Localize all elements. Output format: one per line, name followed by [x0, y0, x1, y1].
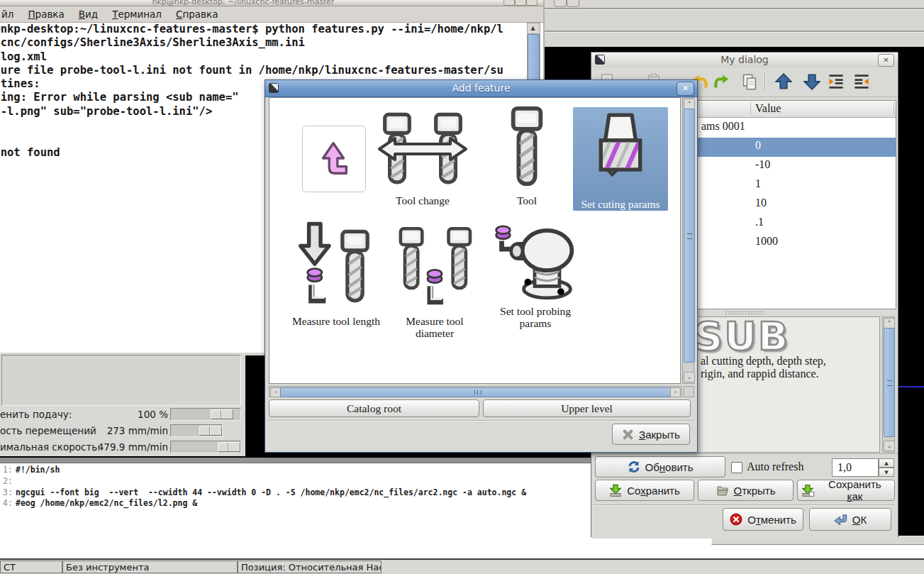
move-down-icon[interactable]	[803, 73, 820, 90]
feature-item-up-level[interactable]	[302, 126, 366, 192]
menu-edit[interactable]: Правка	[21, 8, 71, 21]
ok-button[interactable]: ОК	[809, 508, 891, 531]
spinner-buttons: ▲ ▼	[879, 458, 894, 477]
save-button[interactable]: Сохранить	[595, 480, 694, 501]
column-divider[interactable]	[750, 102, 751, 116]
resize-grip[interactable]	[684, 386, 694, 397]
sub-description-line: al cutting depth, depth step,	[701, 355, 826, 368]
scrollbar-thumb[interactable]	[684, 109, 695, 363]
sub-description-line: rigin, and rappid distance.	[701, 368, 819, 380]
terminal-line: p@nkp-desktop:~/linuxcnc-features-master…	[0, 23, 515, 36]
save-as-button[interactable]: Сохранить как	[797, 480, 895, 501]
scroll-up-arrow-icon[interactable]: ▲	[528, 23, 538, 34]
up-level-arrow-icon	[315, 138, 353, 179]
indent-icon[interactable]	[828, 73, 845, 90]
refresh-interval-input[interactable]: 1,0	[832, 458, 879, 477]
max-velocity-value: 479.9 mm/min	[98, 441, 168, 453]
editor-line: 4:#eog /home/nkp/emc2/nc_files/l2.png &	[3, 498, 526, 509]
menu-help[interactable]: Справка	[169, 8, 226, 21]
column-divider[interactable]	[894, 102, 894, 116]
max-velocity-slider[interactable]	[170, 441, 241, 453]
dialog-separator	[268, 420, 694, 421]
add-feature-titlebar: Add feature ✕	[265, 80, 697, 97]
editor-line: 3:ngcgui --font big --vert --cwidth 44 -…	[3, 487, 526, 499]
desktop-accent-line	[898, 386, 924, 387]
menu-view[interactable]: Вид	[72, 8, 105, 21]
jog-speed-value: 273 mm/min	[107, 425, 168, 436]
redo-icon[interactable]	[714, 73, 731, 90]
scroll-left-arrow-icon[interactable]: ‹	[270, 387, 281, 397]
sub-panel-scrollbar[interactable]: ⌃ ⌄	[882, 316, 895, 453]
scroll-up-arrow-icon[interactable]: ⌃	[684, 99, 695, 109]
splitter-grip-icon	[725, 311, 764, 314]
feature-item-measure-tool-length[interactable]: Measure tool length	[284, 220, 389, 327]
slider-thumb[interactable]	[211, 409, 233, 419]
copy-icon[interactable]	[741, 73, 758, 90]
window-button[interactable]	[567, 0, 579, 7]
spin-up-icon[interactable]: ▲	[879, 458, 894, 468]
scrollbar-thumb[interactable]	[280, 387, 672, 397]
desktop: nkp@nkp-desktop: ~/linuxcnc-features-mas…	[0, 0, 924, 574]
slider-thumb[interactable]	[218, 442, 240, 452]
jog-speed-slider[interactable]	[170, 424, 223, 437]
scrollbar-thumb[interactable]	[884, 328, 895, 437]
feature-item-set-cutting-params[interactable]: Set cuting params	[573, 107, 668, 211]
value-column-header[interactable]: Value	[755, 102, 781, 115]
cutting-params-icon	[589, 110, 652, 194]
cancel-icon	[730, 513, 742, 526]
feature-item-tool[interactable]: Tool	[488, 102, 566, 206]
swap-arrow-icon	[374, 135, 471, 163]
feature-item-measure-tool-diameter[interactable]: Measure tool diameter	[389, 220, 481, 339]
my-dialog-titlebar: My dialog ✕	[591, 53, 898, 68]
slider-thumb[interactable]	[199, 426, 222, 436]
close-icon[interactable]: ✕	[878, 54, 894, 67]
refresh-button[interactable]: Обновить	[595, 456, 725, 478]
scroll-up-arrow-icon[interactable]: ⌃	[884, 318, 895, 329]
auto-refresh-checkbox[interactable]	[731, 462, 742, 473]
refresh-icon	[628, 460, 640, 473]
desktop-area	[898, 454, 924, 536]
dialog-button-panel: Обновить Auto refresh 1,0 ▲ ▼ Сохранить …	[591, 453, 898, 539]
scroll-right-arrow-icon[interactable]: ›	[670, 387, 681, 397]
unindent-icon[interactable]	[853, 73, 870, 90]
button-separator	[594, 504, 895, 506]
editor-line: 1:#!/bin/sh	[3, 465, 526, 476]
terminal-menubar: йл Правка Вид Терминал Справка	[0, 6, 543, 23]
scroll-down-arrow-icon[interactable]: ⌄	[684, 372, 695, 382]
ok-enter-icon	[834, 514, 847, 526]
feed-override-value: 100 %	[138, 409, 168, 420]
terminal-line: talog.xml	[0, 50, 515, 64]
menu-file[interactable]: йл	[0, 8, 21, 21]
spin-down-icon[interactable]: ▼	[879, 468, 894, 477]
measure-diameter-icon	[390, 220, 479, 311]
editor-line: 2:	[3, 476, 526, 487]
icon-view-vertical-scrollbar[interactable]: ⌃ ⌄	[682, 97, 694, 384]
status-tool: Без инструмента	[62, 561, 238, 573]
feature-item-tool-change[interactable]: Tool change	[367, 105, 478, 206]
background-window-divider	[542, 31, 924, 33]
terminal-titlebar: nkp@nkp-desktop: ~/linuxcnc-features-mas…	[0, 0, 543, 6]
catalog-root-button[interactable]: Catalog root	[269, 399, 479, 417]
cancel-button[interactable]: Отменить	[723, 508, 803, 531]
close-icon[interactable]: ✕	[677, 82, 694, 96]
close-button[interactable]	[526, 0, 538, 6]
feed-override-slider[interactable]	[170, 408, 241, 421]
menu-terminal[interactable]: Терминал	[105, 8, 169, 21]
cnc-display-panel	[1, 355, 241, 406]
close-dialog-button[interactable]: Закрыть	[612, 424, 690, 445]
measure-length-icon	[294, 220, 378, 311]
open-button[interactable]: Открыть	[698, 480, 794, 501]
icon-view-horizontal-scrollbar[interactable]: ‹ ›	[269, 386, 682, 397]
minimize-button[interactable]	[503, 0, 515, 6]
maximize-button[interactable]	[515, 0, 526, 6]
status-bar: СТ Без инструмента Позиция: Относительна…	[0, 558, 924, 574]
move-up-icon[interactable]	[775, 73, 792, 90]
add-feature-title: Add feature	[265, 82, 697, 94]
scroll-down-arrow-icon[interactable]: ⌄	[884, 441, 895, 451]
max-velocity-label: имальная скорость:	[0, 441, 101, 453]
feature-item-set-tool-probing-params[interactable]: Set tool probing params	[482, 223, 589, 329]
editor-divider	[0, 458, 591, 463]
upper-level-button[interactable]: Upper level	[483, 399, 691, 417]
tool-icon	[506, 104, 547, 190]
window-button[interactable]	[554, 0, 567, 7]
